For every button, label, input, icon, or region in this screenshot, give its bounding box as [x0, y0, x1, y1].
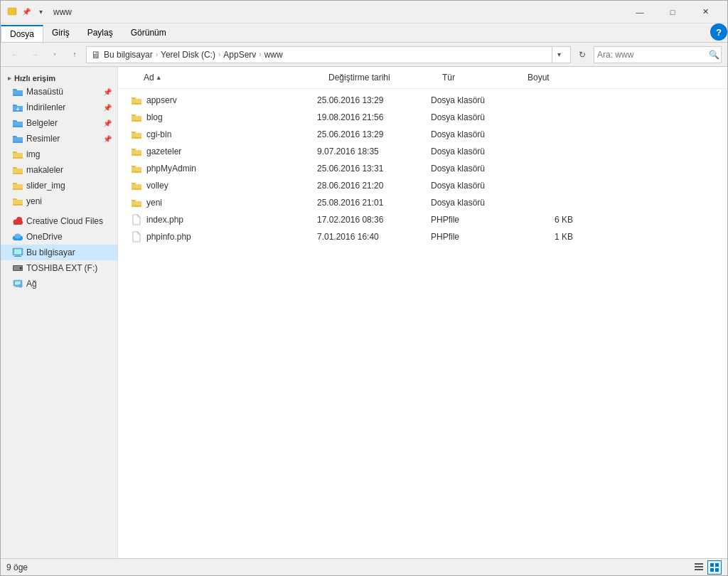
- tab-gorunum[interactable]: Görünüm: [122, 23, 176, 42]
- sidebar-item-label: Bu bilgisayar: [26, 247, 112, 257]
- sidebar: ▸ Hızlı erişim Masaüstü 📌 İndirilenler 📌…: [1, 67, 118, 558]
- file-type: Dosya klasörü: [431, 95, 516, 105]
- ribbon-tabs: Dosya Giriş Paylaş Görünüm ?: [1, 23, 727, 42]
- table-row[interactable]: appserv 25.06.2016 13:29 Dosya klasörü: [118, 92, 727, 109]
- title-bar-controls: — □ ✕: [623, 1, 722, 23]
- file-size: 1 KB: [516, 232, 573, 242]
- file-type: PHPfile: [431, 215, 516, 225]
- file-type: Dosya klasörü: [431, 112, 516, 122]
- sort-arrow: ▲: [156, 74, 162, 81]
- file-type: Dosya klasörü: [431, 198, 516, 208]
- address-dropdown[interactable]: ▾: [552, 46, 566, 63]
- help-button[interactable]: ?: [710, 23, 727, 41]
- sidebar-item-label: İndirilenler: [26, 102, 100, 112]
- minimize-button[interactable]: —: [623, 1, 656, 23]
- tab-paylas[interactable]: Paylaş: [79, 23, 122, 42]
- folder-icon: [129, 161, 144, 176]
- file-date: 9.07.2016 18:35: [317, 146, 431, 156]
- table-row[interactable]: phpMyAdmin 25.06.2016 13:31 Dosya klasör…: [118, 160, 727, 177]
- table-row[interactable]: volley 28.06.2016 21:20 Dosya klasörü: [118, 177, 727, 194]
- creative-cloud-icon: [12, 215, 23, 227]
- path-part-appserv: AppServ: [223, 50, 256, 60]
- tab-dosya[interactable]: Dosya: [1, 25, 43, 42]
- network-icon: [12, 278, 23, 289]
- view-buttons: [692, 560, 722, 575]
- path-part-disk: Yerel Disk (C:): [161, 50, 215, 60]
- file-name: phpinfo.php: [146, 232, 317, 242]
- sidebar-item-slider-img[interactable]: slider_img: [1, 178, 117, 193]
- forward-button[interactable]: →: [26, 46, 43, 63]
- folder-icon: [12, 180, 23, 191]
- dropdown-icon[interactable]: ▾: [35, 6, 46, 18]
- file-icon: [129, 213, 144, 227]
- file-size: 6 KB: [516, 215, 573, 225]
- list-view-button[interactable]: [707, 560, 722, 575]
- folder-icon: [12, 117, 23, 129]
- column-headers: Ad ▲ Değiştirme tarihi Tür Boyut: [118, 67, 727, 89]
- svg-rect-22: [695, 569, 703, 570]
- sidebar-item-label: yeni: [26, 196, 112, 206]
- table-row[interactable]: cgi-bin 25.06.2016 13:29 Dosya klasörü: [118, 126, 727, 143]
- file-list: appserv 25.06.2016 13:29 Dosya klasörü b…: [118, 89, 727, 558]
- sidebar-item-img[interactable]: img: [1, 146, 117, 162]
- search-icon[interactable]: 🔍: [707, 46, 721, 63]
- maximize-button[interactable]: □: [656, 1, 689, 23]
- file-name: index.php: [146, 215, 317, 225]
- folder-icon: [129, 196, 144, 210]
- file-type: Dosya klasörü: [431, 129, 516, 139]
- up-button[interactable]: ↑: [66, 46, 83, 63]
- folder-icon: [12, 164, 23, 176]
- refresh-button[interactable]: ↻: [574, 46, 591, 63]
- sidebar-item-toshiba[interactable]: TOSHIBA EXT (F:): [1, 260, 117, 276]
- column-date[interactable]: Değiştirme tarihi: [328, 70, 442, 85]
- table-row[interactable]: phpinfo.php 7.01.2016 16:40 PHPfile 1 KB: [118, 228, 727, 245]
- table-row[interactable]: index.php 17.02.2016 08:36 PHPfile 6 KB: [118, 211, 727, 228]
- address-bar: ← → ▾ ↑ 🖥 Bu bilgisayar › Yerel Disk (C:…: [1, 43, 727, 67]
- address-path[interactable]: 🖥 Bu bilgisayar › Yerel Disk (C:) › AppS…: [86, 46, 571, 63]
- table-row[interactable]: blog 19.08.2016 21:56 Dosya klasörü: [118, 109, 727, 126]
- details-view-button[interactable]: [692, 560, 706, 575]
- svg-rect-26: [715, 568, 719, 572]
- sidebar-item-resimler[interactable]: Resimler 📌: [1, 131, 117, 146]
- svg-rect-9: [14, 250, 21, 255]
- folder-icon: [12, 149, 23, 160]
- file-date: 25.06.2016 13:29: [317, 95, 431, 105]
- pin-icon: 📌: [103, 88, 112, 96]
- file-name: gazeteler: [146, 146, 317, 156]
- sidebar-item-this-pc[interactable]: Bu bilgisayar: [1, 245, 117, 260]
- sidebar-item-label: Belgeler: [26, 118, 100, 128]
- onedrive-icon: [12, 231, 23, 242]
- search-input[interactable]: [594, 50, 707, 60]
- svg-point-7: [15, 234, 21, 239]
- file-date: 19.08.2016 21:56: [317, 112, 431, 122]
- sidebar-item-label: Creative Cloud Files: [26, 216, 112, 226]
- svg-rect-23: [710, 563, 714, 567]
- path-part-pc: Bu bilgisayar: [104, 50, 153, 60]
- sidebar-item-label: makaleler: [26, 165, 112, 175]
- column-name[interactable]: Ad ▲: [144, 70, 328, 85]
- title-bar: 📌 ▾ www — □ ✕: [1, 1, 727, 23]
- forward-dropdown[interactable]: ▾: [46, 46, 63, 63]
- svg-rect-21: [695, 566, 703, 567]
- table-row[interactable]: gazeteler 9.07.2016 18:35 Dosya klasörü: [118, 143, 727, 160]
- back-button[interactable]: ←: [6, 46, 23, 63]
- column-type[interactable]: Tür: [442, 70, 528, 85]
- sidebar-item-yeni-quick[interactable]: yeni: [1, 193, 117, 209]
- sidebar-item-creative-cloud[interactable]: Creative Cloud Files: [1, 213, 117, 229]
- quick-access-icon: [6, 6, 18, 18]
- column-size[interactable]: Boyut: [528, 70, 584, 85]
- sidebar-item-masaustu[interactable]: Masaüstü 📌: [1, 84, 117, 100]
- folder-icon: [12, 133, 23, 144]
- file-date: 25.06.2016 13:31: [317, 164, 431, 174]
- tab-giris[interactable]: Giriş: [43, 23, 79, 42]
- sidebar-item-indirilenler[interactable]: İndirilenler 📌: [1, 100, 117, 115]
- svg-rect-24: [715, 563, 719, 567]
- sidebar-item-network[interactable]: Ağ: [1, 276, 117, 292]
- close-button[interactable]: ✕: [689, 1, 722, 23]
- sidebar-item-onedrive[interactable]: OneDrive: [1, 229, 117, 245]
- sidebar-item-makaleler[interactable]: makaleler: [1, 162, 117, 178]
- quick-access-header[interactable]: ▸ Hızlı erişim: [1, 70, 117, 84]
- sidebar-item-belgeler[interactable]: Belgeler 📌: [1, 115, 117, 131]
- table-row[interactable]: yeni 25.08.2016 21:01 Dosya klasörü: [118, 194, 727, 211]
- file-icon: [129, 230, 144, 244]
